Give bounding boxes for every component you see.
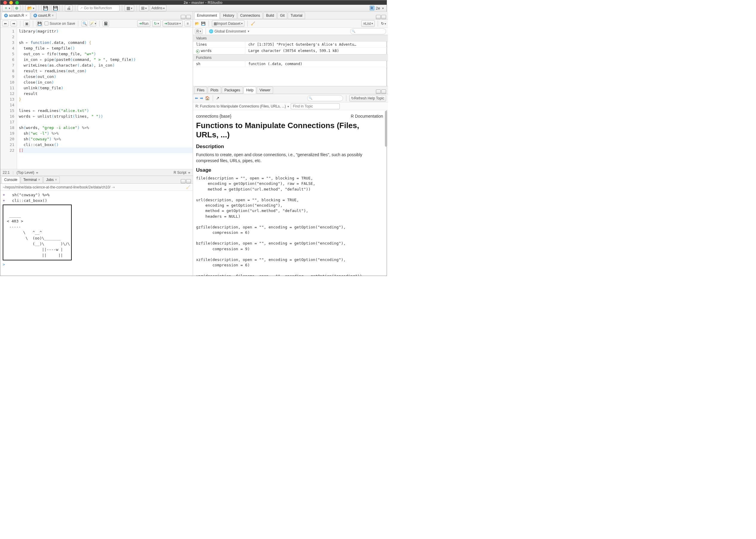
addins-button[interactable]: Addins ▾ xyxy=(150,5,166,11)
back-button[interactable]: ⬅ xyxy=(2,21,9,27)
wand-button[interactable]: 🪄▾ xyxy=(90,21,96,27)
help-section-description: Description xyxy=(196,144,383,150)
env-list: Valueslineschr [1:3735] "Project Gutenbe… xyxy=(193,35,388,67)
forward-button[interactable]: ➡ xyxy=(11,21,17,27)
scrollbar[interactable] xyxy=(385,111,387,147)
code-body[interactable]: library(magrittr) sh ← function(.data, c… xyxy=(17,28,193,169)
env-scope-bar: R ▾ 🌐 Global Environment ▾ xyxy=(193,28,388,35)
file-type-indicator[interactable]: R Script ≑ xyxy=(174,171,190,175)
console-tabs: Console Terminal × Jobs × xyxy=(0,176,193,184)
run-button[interactable]: ➔ Run xyxy=(137,20,150,27)
clear-console-button[interactable]: 🧹 xyxy=(186,185,190,189)
tab-build[interactable]: Build xyxy=(263,12,277,19)
save-all-button[interactable]: 💾 xyxy=(51,5,60,11)
compile-report-button[interactable]: 📓 xyxy=(103,21,109,27)
help-title: Functions to Manipulate Connections (Fil… xyxy=(196,121,383,139)
close-icon[interactable]: × xyxy=(52,13,54,18)
env-section-header: Values xyxy=(193,35,388,41)
terminal-tab[interactable]: Terminal × xyxy=(21,176,43,183)
help-topic-name: connections {base} xyxy=(196,114,231,118)
help-tabs: Files Plots Packages Help Viewer xyxy=(193,86,388,94)
expand-icon[interactable]: ▶ xyxy=(196,49,200,53)
show-in-new-window-button[interactable]: ▣ xyxy=(23,21,30,27)
pane-minimize-icon[interactable] xyxy=(181,179,186,183)
tab-git[interactable]: Git xyxy=(277,12,287,19)
tab-packages[interactable]: Packages xyxy=(222,87,243,94)
find-in-topic-input[interactable] xyxy=(291,103,340,109)
titlebar[interactable]: 2e - master - RStudio xyxy=(0,0,387,5)
tab-connections[interactable]: Connections xyxy=(238,12,263,19)
save-button[interactable]: 💾 xyxy=(41,5,50,11)
env-row[interactable]: shfunction (.data, command) xyxy=(193,61,388,67)
help-forward-button[interactable]: ➡ xyxy=(200,96,203,100)
pane-minimize-icon[interactable] xyxy=(181,15,186,19)
source-tab-1[interactable]: R count.R × xyxy=(31,12,56,19)
help-back-button[interactable]: ⬅ xyxy=(195,96,198,100)
env-scope-selector[interactable]: 🌐 Global Environment ▾ xyxy=(209,29,249,34)
pane-minimize-icon[interactable] xyxy=(376,15,381,19)
find-button[interactable]: 🔍 xyxy=(81,21,88,27)
tab-plots[interactable]: Plots xyxy=(208,87,221,94)
help-topic-selector[interactable]: R: Functions to Manipulate Connections (… xyxy=(196,104,289,109)
env-search-input[interactable] xyxy=(350,28,386,34)
pane-maximize-icon[interactable] xyxy=(186,179,191,183)
tab-help[interactable]: Help xyxy=(244,87,256,94)
close-icon[interactable]: × xyxy=(25,13,28,18)
save-workspace-button[interactable]: 💾 xyxy=(201,22,206,26)
pane-maximize-icon[interactable] xyxy=(381,90,386,94)
refresh-help-button[interactable]: ↻ Refresh Help Topic xyxy=(349,95,386,102)
env-language-selector[interactable]: R ▾ xyxy=(195,29,203,34)
view-mode-button[interactable]: ≡ List ▾ xyxy=(361,20,375,27)
outline-button[interactable]: ≡ xyxy=(184,21,191,27)
console-output[interactable]: + sh("cowsay") %>%+ cli::cat_boxx() ____… xyxy=(0,191,193,276)
new-file-button[interactable]: ＋▾ xyxy=(2,5,12,11)
open-file-button[interactable]: 📂▾ xyxy=(25,5,36,11)
help-popout-button[interactable]: ↗ xyxy=(216,96,219,100)
goto-file-input[interactable]: ↗Go to file/function xyxy=(78,5,120,11)
tab-files[interactable]: Files xyxy=(194,87,207,94)
tab-history[interactable]: History xyxy=(220,12,237,19)
refresh-env-button[interactable]: ↻▾ xyxy=(381,22,386,26)
new-project-button[interactable]: ⊕ xyxy=(13,5,20,11)
jobs-tab[interactable]: Jobs × xyxy=(43,176,59,183)
scope-indicator[interactable]: (Top Level) ≑ xyxy=(17,171,38,175)
window-maximize-button[interactable] xyxy=(15,1,19,4)
env-section-header: Functions xyxy=(193,54,388,61)
source-on-save-checkbox[interactable]: Source on Save xyxy=(44,22,75,26)
window-close-button[interactable] xyxy=(3,1,7,4)
env-toolbar: 📂 💾 ▦ Import Dataset ▾ 🧹 ≡ List ▾ ↻▾ xyxy=(193,19,388,28)
project-icon: R xyxy=(370,6,375,10)
console-path[interactable]: ~/repos/mine/data-science-at-the-command… xyxy=(0,184,193,191)
tab-tutorial[interactable]: Tutorial xyxy=(288,12,305,19)
env-row[interactable]: ▶wordsLarge character (30754 elements, 5… xyxy=(193,48,388,54)
window-minimize-button[interactable] xyxy=(9,1,13,4)
pane-minimize-icon[interactable] xyxy=(376,90,381,94)
source-pane: R scratch.R × R count.R × ⬅ xyxy=(0,12,193,176)
tab-viewer[interactable]: Viewer xyxy=(257,87,273,94)
env-tabs: Environment History Connections Build Gi… xyxy=(193,12,388,19)
help-description-text: Functions to create, open and close conn… xyxy=(196,152,383,164)
source-tab-0[interactable]: R scratch.R × xyxy=(1,12,30,19)
source-button[interactable]: ➔ Source ▾ xyxy=(163,20,183,27)
help-usage-code: file(description = "", open = "", blocki… xyxy=(196,176,383,276)
project-menu[interactable]: R 2e ▾ xyxy=(369,6,385,10)
tab-environment[interactable]: Environment xyxy=(194,12,220,19)
pane-maximize-icon[interactable] xyxy=(381,15,386,19)
import-dataset-button[interactable]: ▦ Import Dataset ▾ xyxy=(212,20,244,27)
console-tab[interactable]: Console xyxy=(1,176,20,183)
addins-grid-button[interactable]: ⊞▾ xyxy=(139,5,148,11)
env-row[interactable]: lineschr [1:3735] "Project Gutenberg's A… xyxy=(193,41,388,48)
pane-maximize-icon[interactable] xyxy=(186,15,191,19)
save-source-button[interactable]: 💾 xyxy=(36,21,43,27)
help-search-input[interactable] xyxy=(307,95,343,101)
rerun-button[interactable]: ↻▾ xyxy=(152,20,161,27)
print-button[interactable]: 🖨 xyxy=(65,5,73,11)
load-workspace-button[interactable]: 📂 xyxy=(195,22,199,26)
clear-env-button[interactable]: 🧹 xyxy=(251,22,255,26)
source-tab-label: scratch.R xyxy=(9,13,24,18)
cursor-position: 22:1 xyxy=(3,171,10,175)
help-home-button[interactable]: 🏠 xyxy=(205,96,210,100)
code-editor[interactable]: 1 2 3 4 5 6 7 8 9 10 11 12 13 14 15 16 1… xyxy=(0,28,193,169)
help-content[interactable]: connections {base} R Documentation Funct… xyxy=(193,110,388,276)
grid-button[interactable]: ▦▾ xyxy=(125,5,134,11)
